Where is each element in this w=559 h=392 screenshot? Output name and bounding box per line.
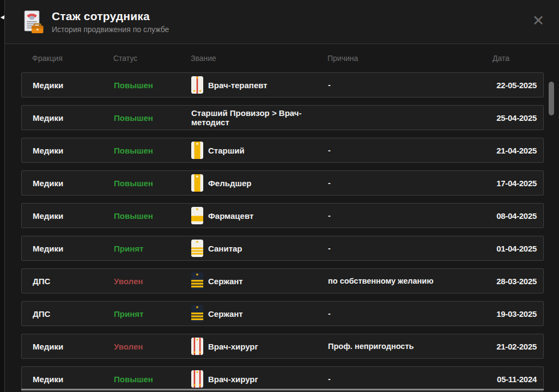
faction-cell: Медики [33,211,114,220]
epaulette-white-2-red-stripes-icon [191,338,203,355]
table-row: Медики Повышен Старший Провизор > Врач-м… [21,105,544,130]
reason-cell: - [328,81,493,89]
table-header: Фракция Статус Звание Причина Дата [21,44,544,72]
reason-cell: по собственному желанию [328,277,493,285]
date-cell: 19-03-2025 [493,309,537,318]
status-cell: Уволен [114,342,191,351]
date-cell: 08-04-2025 [493,211,537,220]
column-header-status: Статус [113,54,191,63]
status-cell: Повышен [114,113,191,122]
reason-cell: Проф. непригодность [328,342,493,351]
epaulette-white-gold-stripe-icon [191,174,203,192]
rank-cell: Сержант [208,277,243,286]
reason-cell: - [328,244,493,253]
date-cell: 28-03-2025 [493,277,537,286]
table-row: Медики Повышен Старший - 21-04-2025 [21,138,544,163]
status-cell: Повышен [114,375,191,384]
status-cell: Повышен [114,81,191,90]
rank-cell-wrap: Врач-терапевт [191,76,328,94]
faction-cell: Медики [33,113,114,122]
modal-header: Стаж сотрудника История продвижения по с… [5,0,559,44]
reason-cell: - [328,375,493,383]
epaulette-white-2-red-stripes-icon [191,370,203,388]
reason-cell: - [328,146,493,155]
rank-cell-wrap: Старший [191,142,328,159]
faction-cell: Медики [33,244,114,253]
epaulette-white-gold-3bands-icon [191,240,203,257]
rank-cell-wrap: Сержант [191,272,328,290]
table-row: Медики Уволен Врач-хирург Проф. непригод… [21,334,544,359]
column-header-faction: Фракция [32,54,113,63]
table-row: Медики Повышен Фармацевт - 08-04-2025 [21,203,544,228]
column-header-rank: Звание [191,54,327,63]
status-cell: Повышен [114,179,191,188]
reason-cell: - [328,179,493,187]
date-cell: 17-04-2025 [493,179,537,188]
table-row: Медики Повышен Врач-терапевт - 22-05-202… [21,72,544,97]
rank-cell: Врач-хирург [208,342,258,351]
history-list: Медики Повышен Врач-терапевт - 22-05-202… [21,72,544,391]
status-cell: Уволен [114,277,191,286]
epaulette-white-gold-stripe-icon [191,142,203,159]
table-row: ДПС Уволен Сержант по собственному желан… [21,268,544,293]
faction-cell: Медики [33,179,114,188]
column-header-reason: Причина [327,54,493,63]
table-row: Медики Принят Санитар - 01-04-2025 [21,236,544,261]
rank-cell-wrap: Старший Провизор > Врач-методист [191,108,328,127]
rank-cell-wrap: Сержант [191,305,328,322]
rank-cell-wrap: Врач-хирург [191,338,328,355]
reason-cell: - [328,309,493,318]
rank-cell: Сержант [208,309,243,318]
rank-cell: Санитар [208,244,242,253]
faction-cell: ДПС [33,309,114,318]
employee-seniority-modal: Стаж сотрудника История продвижения по с… [4,0,559,392]
scrollbar-thumb[interactable] [549,82,554,115]
rank-cell-wrap: Фармацевт [191,207,328,224]
rank-cell: Фармацевт [208,211,253,220]
date-cell: 01-04-2025 [493,244,537,253]
table-row: Медики Повышен Фельдшер - 17-04-2025 [21,170,544,195]
status-cell: Повышен [114,146,191,155]
reason-cell: - [328,211,493,220]
date-cell: 21-04-2025 [493,146,537,155]
epaulette-navy-sergeant-icon [191,272,203,290]
page-title: Стаж сотрудника [52,10,169,23]
employee-record-icon [19,9,45,35]
rank-cell: Старший [208,146,245,155]
modal-titles: Стаж сотрудника История продвижения по с… [52,10,169,34]
close-icon[interactable]: ✕ [530,12,547,29]
date-cell: 25-04-2025 [493,113,537,122]
faction-cell: Медики [33,342,114,351]
faction-cell: ДПС [33,277,114,286]
faction-cell: Медики [33,375,114,384]
table-row: ДПС Принят Сержант - 19-03-2025 [21,301,544,326]
status-cell: Принят [114,244,191,253]
status-cell: Принят [114,309,191,318]
next-row-partial-edge [21,389,544,390]
rank-cell: Врач-терапевт [208,81,268,90]
rank-cell-wrap: Фельдшер [191,174,328,192]
rank-cell: Врач-хирург [208,375,258,384]
date-cell: 22-05-2025 [493,81,537,90]
rank-cell: Старший Провизор > Врач-методист [191,108,328,127]
date-cell: 21-02-2025 [493,342,537,351]
table-row: Медики Повышен Врач-хирург - 05-11-2024 [21,366,544,391]
page-subtitle: История продвижения по службе [52,25,169,34]
rank-cell: Фельдшер [208,179,251,188]
epaulette-navy-sergeant-icon [191,305,203,322]
faction-cell: Медики [33,81,114,90]
rank-cell-wrap: Врач-хирург [191,370,328,388]
date-cell: 05-11-2024 [493,375,537,384]
epaulette-white-gold-band-icon [191,207,203,224]
epaulette-white-red-stripe-icon [191,76,203,94]
faction-cell: Медики [33,146,114,155]
column-header-date: Дата [493,54,537,63]
status-cell: Повышен [114,211,191,220]
rank-cell-wrap: Санитар [191,240,328,257]
